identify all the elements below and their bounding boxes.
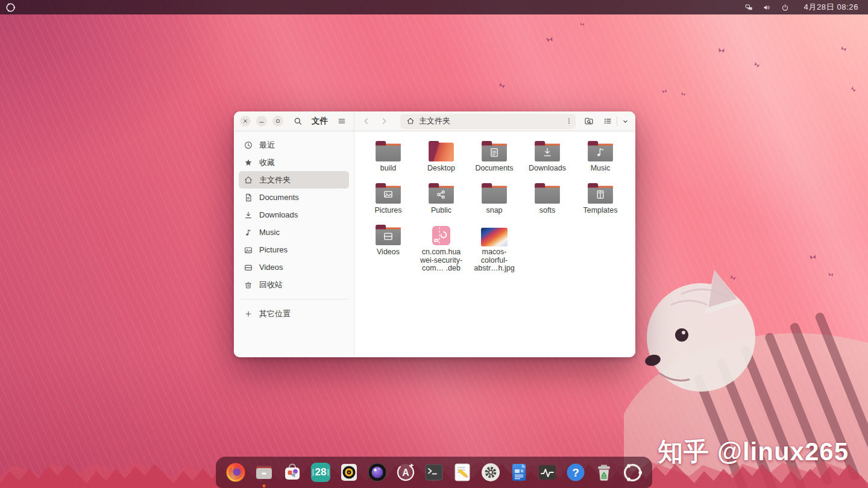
- file-content-area[interactable]: buildDesktopDocumentsDownloadsMusicPictu…: [354, 131, 635, 357]
- file-item[interactable]: Public: [415, 180, 468, 215]
- file-item[interactable]: Desktop: [415, 137, 468, 173]
- sidebar-item-videos[interactable]: Videos: [239, 258, 349, 276]
- status-icon-area: [735, 3, 790, 12]
- clock[interactable]: 4月28日 08:26: [804, 2, 858, 13]
- file-label: Desktop: [427, 164, 455, 173]
- file-item[interactable]: Downloads: [521, 137, 574, 173]
- sidebar-item-label: 其它位置: [259, 308, 291, 319]
- dock-item-ubuntu-software[interactable]: [281, 461, 304, 484]
- svg-text:A: A: [402, 468, 409, 478]
- menu-icon[interactable]: [337, 116, 347, 126]
- file-item[interactable]: macos- colorful- abstr…h.jpg: [468, 221, 521, 273]
- dock-item-rhythmbox[interactable]: [338, 461, 360, 484]
- file-item[interactable]: Videos: [362, 221, 415, 273]
- divider: [617, 116, 617, 126]
- butterfly-icon: [718, 45, 725, 51]
- dock-item-system-monitor[interactable]: [536, 461, 559, 484]
- file-label: build: [380, 164, 396, 173]
- file-label: Documents: [475, 164, 513, 173]
- trash-icon: [244, 280, 253, 290]
- folder-icon: [533, 180, 561, 205]
- ubuntu-logo-icon[interactable]: [6, 3, 15, 12]
- recent-icon: [244, 140, 253, 150]
- maximize-button[interactable]: [272, 116, 283, 127]
- file-item[interactable]: Music: [574, 137, 627, 173]
- more-icon[interactable]: [565, 117, 573, 125]
- file-item[interactable]: snap: [468, 180, 521, 215]
- download-icon: [244, 210, 253, 220]
- file-item[interactable]: Documents: [468, 137, 521, 173]
- chevron-down-icon[interactable]: [621, 117, 629, 125]
- folder-icon: [480, 137, 508, 163]
- file-label: Templates: [583, 207, 618, 215]
- dock-item-calendar[interactable]: 28: [309, 461, 332, 484]
- deb-package-icon: [430, 221, 452, 246]
- forward-icon[interactable]: [379, 116, 389, 126]
- file-label: Music: [591, 164, 611, 173]
- sidebar-item-other-locations[interactable]: 其它位置: [239, 305, 349, 322]
- sidebar-item-pictures[interactable]: Pictures: [239, 241, 349, 258]
- back-icon[interactable]: [362, 116, 371, 126]
- butterfly-icon: [828, 269, 834, 274]
- sidebar-item-home[interactable]: 主文件夹: [239, 171, 349, 189]
- dock: 28A?: [216, 457, 652, 488]
- dock-item-app-center-a[interactable]: A: [394, 461, 417, 484]
- dock-item-help[interactable]: ?: [564, 461, 587, 484]
- dock-item-camera[interactable]: [366, 461, 389, 484]
- butterfly-icon: [580, 18, 585, 22]
- dock-item-settings[interactable]: [479, 461, 502, 484]
- watermark: 知乎 @linux265: [658, 435, 849, 469]
- file-item[interactable]: build: [362, 137, 415, 173]
- butterfly-icon: [808, 251, 817, 258]
- sidebar-item-label: Documents: [259, 193, 299, 202]
- folder-icon: [374, 221, 402, 246]
- file-label: cn.com.hua wei-security- com… .deb: [420, 248, 462, 273]
- minimize-button[interactable]: [256, 116, 267, 127]
- headerbar: 文件 主文件夹: [234, 111, 635, 131]
- power-icon[interactable]: [781, 3, 790, 12]
- dock-item-firefox[interactable]: [224, 461, 247, 484]
- sidebar-item-favorites[interactable]: 收藏: [239, 154, 349, 171]
- sidebar-item-label: 最近: [259, 140, 275, 151]
- window-body: 最近收藏主文件夹DocumentsDownloadsMusicPicturesV…: [234, 131, 635, 357]
- plus-icon: [244, 309, 253, 319]
- sidebar-item-label: Music: [259, 228, 280, 237]
- app-title: 文件: [312, 116, 328, 127]
- dock-item-terminal[interactable]: [423, 461, 445, 484]
- list-view-icon[interactable]: [603, 116, 612, 126]
- home-icon: [406, 117, 415, 125]
- dock-item-text-editor[interactable]: [451, 461, 474, 484]
- folder-icon: [374, 137, 402, 163]
- sidebar-item-trash[interactable]: 回收站: [239, 276, 349, 293]
- image-thumbnail: [481, 221, 508, 246]
- dock-item-trash[interactable]: [593, 461, 615, 484]
- network-icon[interactable]: [744, 3, 753, 12]
- path-bar[interactable]: 主文件夹: [400, 114, 576, 129]
- star-icon: [244, 158, 253, 167]
- file-label: snap: [486, 207, 502, 215]
- home-icon: [244, 175, 253, 185]
- folder-icon: [587, 180, 614, 205]
- sidebar-item-documents[interactable]: Documents: [239, 189, 349, 206]
- svg-text:?: ?: [572, 466, 579, 479]
- dock-item-files[interactable]: [253, 461, 275, 484]
- file-item[interactable]: cn.com.hua wei-security- com… .deb: [415, 221, 468, 273]
- file-item[interactable]: Templates: [574, 180, 627, 215]
- video-icon: [244, 263, 253, 272]
- sidebar-item-recent[interactable]: 最近: [239, 136, 349, 154]
- sidebar-item-label: 回收站: [259, 280, 283, 290]
- file-item[interactable]: Pictures: [362, 180, 415, 215]
- folder-search-icon[interactable]: [584, 116, 594, 126]
- file-item[interactable]: softs: [521, 180, 574, 215]
- close-button[interactable]: [240, 116, 251, 127]
- path-label: 主文件夹: [419, 116, 450, 127]
- dock-item-ubuntu-logo[interactable]: [621, 461, 644, 484]
- sidebar-item-music[interactable]: Music: [239, 224, 349, 241]
- dock-item-libreoffice-writer[interactable]: [508, 461, 530, 484]
- sidebar-item-downloads[interactable]: Downloads: [239, 206, 349, 224]
- folder-icon: [587, 137, 614, 163]
- search-icon[interactable]: [293, 116, 303, 126]
- headerbar-right: 主文件夹: [354, 111, 635, 131]
- calendar-icon: 28: [311, 463, 330, 482]
- volume-icon[interactable]: [763, 3, 772, 12]
